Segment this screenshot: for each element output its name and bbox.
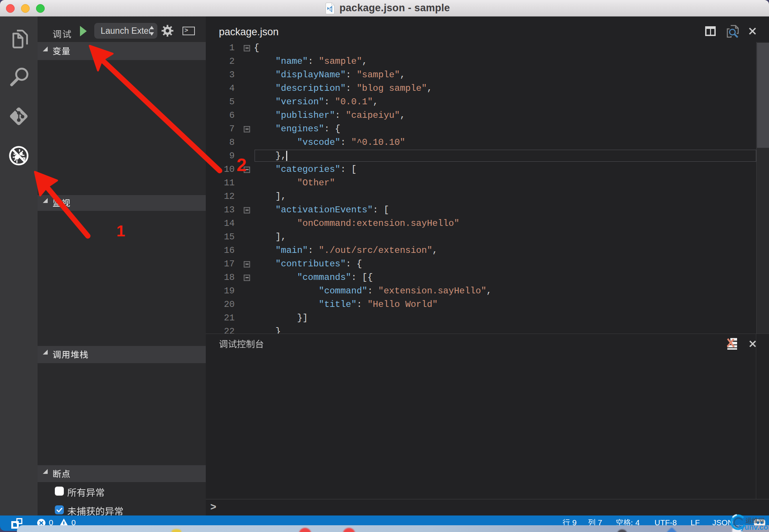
svg-text:2: 2 <box>237 155 247 175</box>
svg-text:1: 1 <box>116 222 125 240</box>
